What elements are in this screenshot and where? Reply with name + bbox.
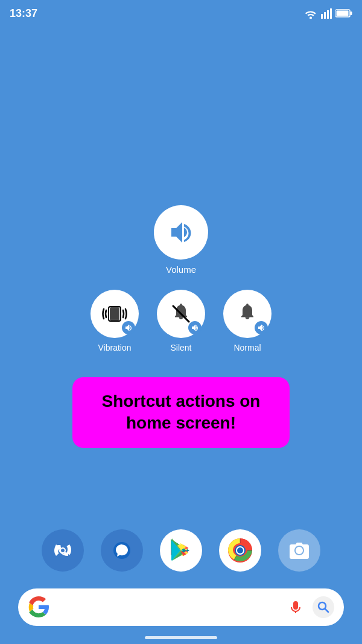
- lens-icon: [317, 601, 330, 614]
- camera-icon: [288, 539, 311, 562]
- search-mic-button[interactable]: [285, 596, 306, 618]
- silent-mode[interactable]: Silent: [157, 290, 205, 352]
- status-icons: [304, 8, 352, 19]
- svg-rect-2: [327, 10, 329, 19]
- google-g-logo: [28, 596, 49, 618]
- messages-icon: [110, 538, 134, 563]
- svg-rect-3: [330, 8, 332, 19]
- sound-modes-row: Vibration Silent: [91, 290, 272, 352]
- normal-mode[interactable]: Normal: [223, 290, 272, 352]
- svg-rect-0: [321, 14, 323, 19]
- dock-messages-icon[interactable]: [101, 529, 143, 572]
- silent-icon-circle[interactable]: [157, 290, 205, 338]
- vibration-label: Vibration: [98, 343, 131, 352]
- battery-icon: [335, 8, 352, 18]
- dock: [42, 529, 320, 572]
- wifi-icon: [304, 8, 317, 19]
- svg-rect-6: [351, 11, 352, 15]
- shortcut-text: Shortcut actions on home screen!: [102, 392, 261, 432]
- volume-icon: [165, 217, 197, 248]
- dock-phone-icon[interactable]: [42, 529, 84, 572]
- svg-rect-9: [110, 307, 119, 320]
- search-bar[interactable]: [18, 588, 344, 626]
- dock-play-store-icon[interactable]: [160, 529, 202, 572]
- dock-chrome-icon[interactable]: [219, 529, 261, 572]
- vibration-mode[interactable]: Vibration: [91, 290, 139, 352]
- mic-icon: [289, 601, 302, 614]
- silent-label: Silent: [170, 343, 191, 352]
- shortcut-banner: Shortcut actions on home screen!: [72, 377, 290, 448]
- volume-icon-circle[interactable]: [154, 205, 208, 260]
- normal-label: Normal: [233, 343, 261, 352]
- phone-icon: [51, 539, 74, 562]
- status-time: 13:37: [10, 7, 37, 20]
- dock-camera-icon[interactable]: [278, 529, 320, 572]
- vibration-icon-circle[interactable]: [91, 290, 139, 338]
- search-lens-button[interactable]: [313, 596, 334, 618]
- sound-wave-small-3: [257, 324, 265, 332]
- normal-sound-badge: [255, 321, 268, 334]
- vibration-sound-badge: [122, 321, 135, 334]
- silent-sound-badge: [188, 321, 202, 334]
- signal-icon: [321, 8, 332, 19]
- nav-bar: [145, 636, 217, 639]
- volume-section: Volume: [154, 205, 208, 275]
- svg-point-16: [237, 547, 243, 553]
- play-store-icon: [168, 537, 194, 564]
- sound-wave-small: [124, 324, 133, 332]
- sound-wave-small-2: [191, 324, 199, 332]
- normal-icon-circle[interactable]: [223, 290, 272, 338]
- volume-label: Volume: [166, 264, 196, 275]
- chrome-icon: [227, 537, 253, 564]
- svg-rect-5: [337, 11, 349, 16]
- status-bar: 13:37: [0, 0, 362, 22]
- svg-rect-1: [324, 12, 326, 19]
- svg-line-21: [325, 609, 329, 613]
